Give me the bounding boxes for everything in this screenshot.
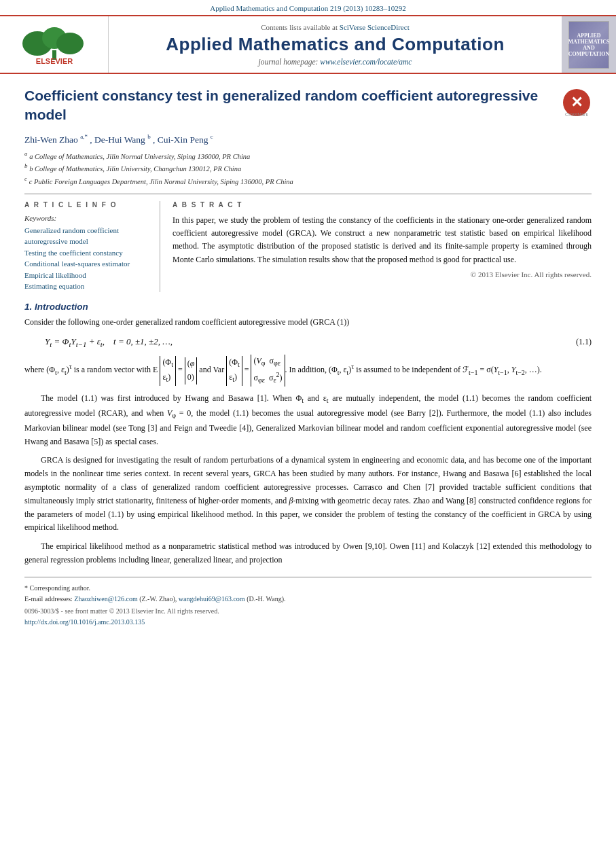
eq-1-1-text: Yt = ΦtYt−1 + εt, t = 0, ±1, ±2, …, bbox=[45, 336, 576, 348]
authors-line: Zhi-Wen Zhao a,* , De-Hui Wang b , Cui-X… bbox=[24, 133, 592, 145]
footnote-email: E-mail addresses: Zhaozhiwen@126.com (Z.… bbox=[24, 594, 592, 605]
article-info: A R T I C L E I N F O Keywords: Generali… bbox=[24, 201, 160, 292]
keyword-4: Empirical likelihood bbox=[24, 270, 151, 281]
svg-text:CrossMark: CrossMark bbox=[565, 112, 588, 117]
para-2: The model (1.1) was first introduced by … bbox=[24, 392, 592, 448]
affiliation-b: b b College of Mathematics, Jilin Univer… bbox=[24, 162, 592, 174]
keyword-1b: autoregressive model bbox=[24, 236, 151, 247]
eq-1-1-number: (1.1) bbox=[576, 337, 592, 347]
elsevier-tree-logo: ELSEVIER bbox=[17, 24, 92, 65]
article-info-heading: A R T I C L E I N F O bbox=[24, 201, 151, 209]
main-content: Coefficient constancy test in generalize… bbox=[0, 74, 616, 639]
svg-point-4 bbox=[56, 33, 84, 54]
sciverse-link[interactable]: SciVerse ScienceDirect bbox=[340, 23, 410, 31]
issn-line: 0096-3003/$ - see front matter © 2013 El… bbox=[24, 606, 592, 617]
journal-citation: Applied Mathematics and Computation 219 … bbox=[210, 4, 405, 12]
para-4: The empirical likelihood method as a non… bbox=[24, 540, 592, 567]
keyword-2: Testing the coefficient constancy bbox=[24, 247, 151, 259]
svg-text:✕: ✕ bbox=[570, 94, 583, 111]
para-3: GRCA is designed for investigating the r… bbox=[24, 454, 592, 535]
doi-line[interactable]: http://dx.doi.org/10.1016/j.amc.2013.03.… bbox=[24, 617, 592, 628]
article-info-abstract: A R T I C L E I N F O Keywords: Generali… bbox=[24, 194, 592, 292]
journal-title: Applied Mathematics and Computation bbox=[166, 34, 505, 55]
footnote-area: * Corresponding author. E-mail addresses… bbox=[24, 577, 592, 628]
section-introduction: 1. Introduction Consider the following o… bbox=[24, 302, 592, 567]
abstract: A B S T R A C T In this paper, we study … bbox=[173, 201, 592, 292]
footnote-corresponding: * Corresponding author. bbox=[24, 583, 592, 594]
affiliations: a a College of Mathematics, Jilin Normal… bbox=[24, 149, 592, 187]
url-bar: Applied Mathematics and Computation 219 … bbox=[0, 0, 616, 15]
equation-1-1: Yt = ΦtYt−1 + εt, t = 0, ±1, ±2, …, (1.1… bbox=[24, 336, 592, 348]
keyword-1: Generalized random coefficient bbox=[24, 225, 151, 236]
journal-header: ELSEVIER Contents lists available at Sci… bbox=[0, 15, 616, 74]
para-eq-desc: where (Φt, εt)τ is a random vector with … bbox=[24, 355, 592, 387]
abstract-copyright: © 2013 Elsevier Inc. All rights reserved… bbox=[173, 270, 592, 279]
keywords-label: Keywords: bbox=[24, 214, 151, 222]
abstract-text: In this paper, we study the problem of t… bbox=[173, 214, 592, 266]
affiliation-a: a a College of Mathematics, Jilin Normal… bbox=[24, 149, 592, 162]
journal-title-block: Contents lists available at SciVerse Sci… bbox=[109, 16, 562, 73]
amc-badge-block: APPLIED MATHEMATICS AND COMPUTATION bbox=[562, 16, 616, 73]
keyword-3: Conditional least-squares estimator bbox=[24, 258, 151, 270]
keywords-list: Generalized random coefficient autoregre… bbox=[24, 225, 151, 292]
email-2[interactable]: wangdehui69@163.com bbox=[179, 595, 245, 603]
article-title-block: Coefficient constancy test in generalize… bbox=[24, 86, 592, 125]
section-1-title: 1. Introduction bbox=[24, 302, 592, 312]
homepage-url[interactable]: www.elsevier.com/locate/amc bbox=[320, 58, 412, 66]
amc-badge: APPLIED MATHEMATICS AND COMPUTATION bbox=[568, 21, 609, 69]
keyword-5: Estimating equation bbox=[24, 281, 151, 292]
affiliation-c: c c Public Foreign Languages Department,… bbox=[24, 175, 592, 187]
article-title: Coefficient constancy test in generalize… bbox=[24, 86, 554, 125]
email-1[interactable]: Zhaozhiwen@126.com bbox=[74, 595, 137, 603]
abstract-heading: A B S T R A C T bbox=[173, 201, 592, 209]
intro-eq-line: Consider the following one-order general… bbox=[24, 316, 592, 329]
page: Applied Mathematics and Computation 219 … bbox=[0, 0, 616, 841]
crossmark-logo: ✕ CrossMark bbox=[562, 88, 592, 118]
elsevier-logo-block: ELSEVIER bbox=[0, 16, 109, 73]
svg-text:ELSEVIER: ELSEVIER bbox=[35, 57, 72, 65]
sciverse-line: Contents lists available at SciVerse Sci… bbox=[261, 23, 409, 31]
journal-homepage: journal homepage: www.elsevier.com/locat… bbox=[259, 58, 412, 66]
